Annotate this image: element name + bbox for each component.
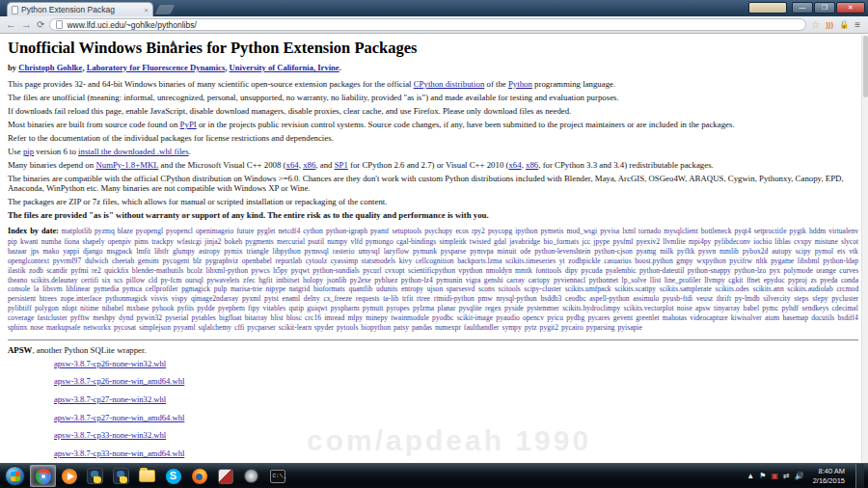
package-link[interactable]: vtk	[849, 247, 858, 256]
package-link[interactable]: triangle	[247, 247, 269, 256]
package-link[interactable]: pyalembic	[606, 266, 637, 275]
package-link[interactable]: quickfix	[104, 266, 128, 275]
package-link[interactable]: pymol	[815, 247, 833, 256]
package-link[interactable]: openimageio	[196, 227, 233, 235]
package-link[interactable]: pyusb-ftdi	[663, 294, 692, 303]
package-link[interactable]: pysqlite	[459, 304, 482, 312]
inline-link[interactable]: pip	[23, 147, 34, 156]
package-link[interactable]: cvxopt	[385, 266, 405, 275]
package-link[interactable]: videocapture	[690, 313, 727, 322]
inline-link[interactable]: Python	[508, 79, 532, 89]
package-link[interactable]: jps	[31, 247, 40, 256]
package-link[interactable]: carray	[506, 276, 525, 285]
package-link[interactable]: libtfr	[154, 247, 169, 256]
minimize-button[interactable]: —	[792, 2, 813, 14]
package-link[interactable]: intbitset	[276, 276, 299, 285]
menu-icon[interactable]: ≡	[854, 19, 860, 30]
package-link[interactable]: planar	[437, 304, 455, 312]
package-link[interactable]: pyzmq	[95, 227, 115, 235]
rss-icon[interactable]: )))	[826, 20, 833, 29]
package-link[interactable]: pyyaml	[174, 323, 196, 332]
package-link[interactable]: mercurial	[277, 237, 305, 246]
package-link[interactable]: markupsafe	[46, 323, 80, 332]
package-link[interactable]: pyside	[504, 304, 524, 312]
browser-tab[interactable]: Python Extension Packag ×	[7, 2, 153, 16]
package-link[interactable]: python-snappy	[688, 266, 731, 275]
package-link[interactable]: sendkeys	[801, 304, 828, 312]
package-link[interactable]: psutil	[308, 237, 324, 246]
package-link[interactable]: mod_wsgi	[567, 227, 598, 235]
package-link[interactable]: nlopt	[62, 304, 77, 312]
package-link[interactable]: pycogent	[162, 257, 189, 265]
package-link[interactable]: cyassimp	[331, 257, 358, 265]
wheel-download-link[interactable]: apsw-3.8.7-cp27-none-win32.whl	[54, 394, 858, 404]
package-link[interactable]: six	[102, 276, 111, 285]
package-link[interactable]: marisa-trie	[231, 285, 262, 293]
package-link[interactable]: pymc	[762, 304, 778, 312]
package-link[interactable]: pygments	[245, 237, 274, 246]
package-link[interactable]: pillow	[126, 276, 145, 285]
package-link[interactable]: ipython	[515, 227, 537, 235]
package-link[interactable]: cytoolz	[306, 257, 327, 265]
package-link[interactable]: scikits.scattpy	[614, 285, 656, 293]
network-icon[interactable]: ⇄	[783, 472, 790, 480]
package-link[interactable]: assimulo	[633, 294, 659, 303]
package-link[interactable]: pyspharm	[331, 304, 360, 312]
package-link[interactable]: basemap	[782, 313, 808, 322]
package-link[interactable]: pylibtiff	[8, 304, 32, 312]
package-link[interactable]: pyproj	[788, 276, 807, 285]
package-link[interactable]: pymix	[224, 247, 242, 256]
package-link[interactable]: psychopy	[424, 227, 452, 235]
package-link[interactable]: libpython	[273, 247, 301, 256]
package-link[interactable]: scikits.odes	[716, 285, 749, 293]
package-link[interactable]: mxbase	[126, 304, 149, 312]
taskbar-item-firefox[interactable]	[186, 465, 212, 487]
byline-link[interactable]: University of California, Irvine	[230, 63, 339, 72]
package-link[interactable]: networkx	[83, 323, 111, 332]
package-link[interactable]: la	[34, 285, 39, 293]
package-link[interactable]: cheetah	[112, 257, 134, 265]
reload-icon[interactable]: ⟳	[37, 19, 44, 30]
package-link[interactable]: openglcontext	[8, 257, 49, 265]
package-link[interactable]: scikits.samplerate	[660, 285, 712, 293]
package-link[interactable]: pyisapie	[617, 323, 641, 332]
package-link[interactable]: simplejson	[139, 323, 171, 332]
package-link[interactable]: nibabel	[102, 304, 123, 312]
package-link[interactable]: fonttools	[535, 266, 561, 275]
package-link[interactable]: python-lzo	[734, 266, 766, 275]
package-link[interactable]: bioformats	[313, 285, 345, 293]
package-link[interactable]: yt	[559, 257, 565, 265]
package-link[interactable]: atom	[765, 313, 779, 322]
package-link[interactable]: kiwisolver	[731, 313, 762, 322]
package-link[interactable]: conda	[841, 276, 858, 285]
package-link[interactable]: ets	[837, 247, 845, 256]
package-link[interactable]: pgmagick	[181, 285, 210, 293]
package-link[interactable]: libsbml	[798, 257, 820, 265]
package-link[interactable]: sfepy	[812, 294, 827, 303]
package-link[interactable]: genshi	[484, 276, 503, 285]
package-link[interactable]: steps	[794, 294, 808, 303]
package-link[interactable]: pymedia	[94, 285, 119, 293]
package-link[interactable]: enaml	[283, 294, 301, 303]
package-link[interactable]: sphinx	[8, 323, 27, 332]
package-link[interactable]: orange	[816, 266, 836, 275]
package-link[interactable]: guiqwt	[307, 304, 327, 312]
package-link[interactable]: ode	[520, 247, 530, 256]
package-link[interactable]: pyexiv2	[637, 237, 660, 246]
package-link[interactable]: re2	[92, 266, 101, 275]
taskbar-item-skype[interactable]: S	[160, 465, 186, 487]
package-link[interactable]: pyephem	[218, 304, 245, 312]
scrollbar[interactable]	[861, 35, 868, 463]
forward-icon[interactable]: →	[21, 19, 32, 30]
package-link[interactable]: sqlalchemy	[199, 323, 232, 332]
package-link[interactable]: ffnet	[746, 276, 760, 285]
package-link[interactable]: wfastcgi	[176, 237, 202, 246]
package-link[interactable]: pyqwt	[291, 266, 310, 275]
back-icon[interactable]: ←	[6, 19, 16, 30]
package-link[interactable]: python-sundials	[312, 266, 360, 275]
inline-link[interactable]: PyPI	[180, 120, 197, 129]
package-link[interactable]: py-fcm	[160, 276, 181, 285]
package-link[interactable]: shapely	[82, 237, 104, 246]
package-link[interactable]: vispy	[172, 294, 187, 303]
package-link[interactable]: aspell-python	[589, 294, 629, 303]
